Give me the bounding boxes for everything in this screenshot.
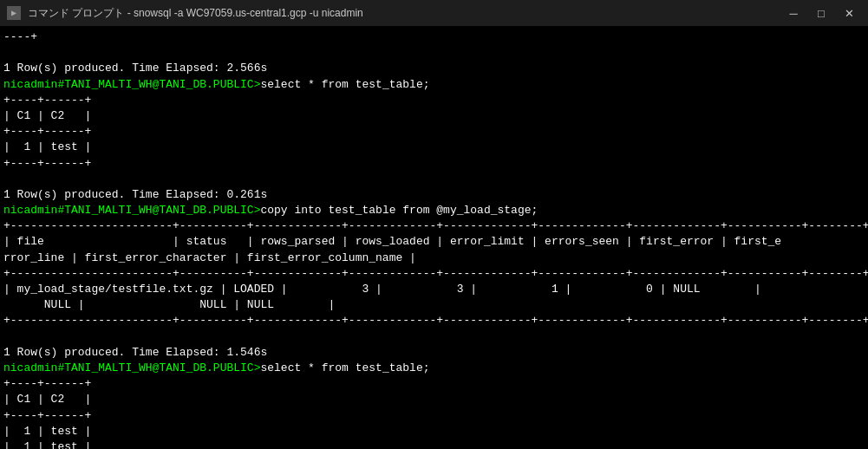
- terminal-line: +----+------+: [3, 94, 91, 107]
- close-button[interactable]: ✕: [837, 3, 861, 23]
- terminal-line: +------------------------+----------+---…: [3, 267, 868, 280]
- maximize-button[interactable]: □: [809, 3, 833, 23]
- app-icon: ▶: [7, 6, 21, 20]
- title-bar-controls: ─ □ ✕: [781, 3, 861, 23]
- terminal-line: | 1 | test |: [3, 440, 91, 449]
- terminal-line: +----+------+: [3, 157, 91, 170]
- terminal-prompt: nicadmin#TANI_MALTI_WH@TANI_DB.PUBLIC>se…: [3, 361, 430, 374]
- terminal-line: NULL | NULL | NULL |: [3, 298, 335, 311]
- title-bar-left: ▶ コマンド プロンプト - snowsql -a WC97059.us-cen…: [7, 6, 363, 21]
- title-bar-text: コマンド プロンプト - snowsql -a WC97059.us-centr…: [28, 6, 363, 21]
- terminal-line: ----+: [3, 30, 37, 43]
- terminal-line: +----+------+: [3, 125, 91, 138]
- terminal-prompt: nicadmin#TANI_MALTI_WH@TANI_DB.PUBLIC>co…: [3, 204, 538, 217]
- terminal-line: 1 Row(s) produced. Time Elapsed: 1.546s: [3, 346, 267, 359]
- terminal-line: +----+------+: [3, 409, 91, 422]
- terminal-line: +------------------------+----------+---…: [3, 219, 868, 232]
- minimize-button[interactable]: ─: [781, 3, 806, 23]
- terminal-line: +----+------+: [3, 377, 91, 390]
- terminal-line: 1 Row(s) produced. Time Elapsed: 0.261s: [3, 188, 267, 201]
- terminal-line: | my_load_stage/testfile.txt.gz | LOADED…: [3, 283, 761, 296]
- terminal-line: | 1 | test |: [3, 140, 91, 153]
- terminal-line: | C1 | C2 |: [3, 109, 91, 122]
- terminal-line: | file | status | rows_parsed | rows_loa…: [3, 235, 781, 248]
- terminal-line: 1 Row(s) produced. Time Elapsed: 2.566s: [3, 62, 267, 75]
- terminal-line: | 1 | test |: [3, 425, 91, 438]
- title-bar: ▶ コマンド プロンプト - snowsql -a WC97059.us-cen…: [0, 0, 868, 26]
- terminal-output[interactable]: ----+ 1 Row(s) produced. Time Elapsed: 2…: [0, 26, 868, 449]
- terminal-line: rror_line | first_error_character | firs…: [3, 251, 416, 264]
- terminal-line: +------------------------+----------+---…: [3, 314, 868, 327]
- terminal-prompt: nicadmin#TANI_MALTI_WH@TANI_DB.PUBLIC>se…: [3, 78, 430, 91]
- terminal-line: | C1 | C2 |: [3, 393, 91, 406]
